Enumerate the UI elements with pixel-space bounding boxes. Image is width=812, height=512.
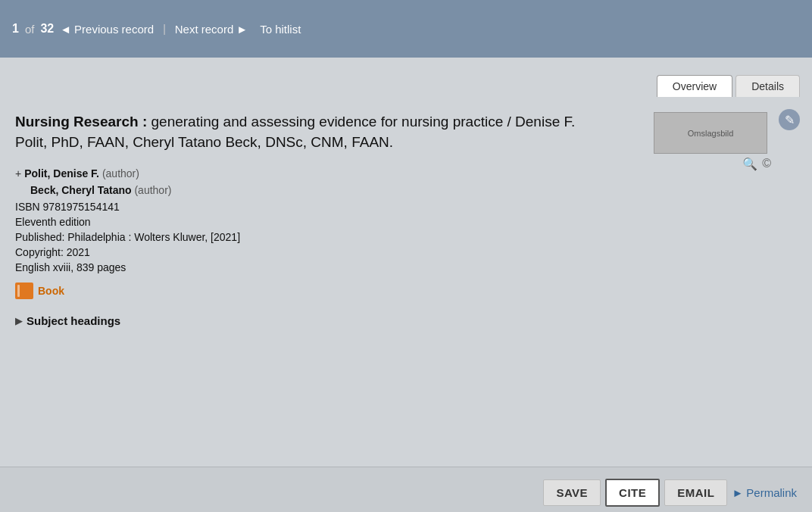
to-hitlist-button[interactable]: To hitlist <box>260 23 301 36</box>
cover-alt-text: Omslagsbild <box>688 129 734 138</box>
email-button[interactable]: EMAIL <box>664 479 727 506</box>
record-current: 1 <box>12 22 19 36</box>
book-title-main: Nursing Research : <box>15 114 147 130</box>
prev-arrow-icon: ◄ <box>60 23 71 36</box>
next-record-button[interactable]: Next record ► <box>175 23 248 36</box>
tabs-bar: Overview Details <box>0 58 812 97</box>
author-role-2: (author) <box>134 184 171 196</box>
cover-icons-row: 🔍 © <box>654 157 771 171</box>
isbn-row: ISBN 9781975154141 <box>15 201 797 213</box>
language-pages-row: English xviii, 839 pages <box>15 261 797 273</box>
of-label: of <box>25 23 35 36</box>
edition-value: Eleventh edition <box>15 216 91 228</box>
author-name-2: Beck, Cheryl Tatano <box>30 184 132 196</box>
bottom-action-bar: SAVE CITE EMAIL ► Permalink <box>0 467 812 512</box>
prev-record-button[interactable]: ◄ Previous record <box>60 23 154 36</box>
author-row-2: Beck, Cheryl Tatano (author) <box>30 184 797 196</box>
subject-headings-label: Subject headings <box>27 314 120 327</box>
language-pages-value: English xviii, 839 pages <box>15 261 126 273</box>
triangle-icon: ▶ <box>15 316 22 326</box>
permalink-arrow-icon: ► <box>732 486 743 499</box>
book-icon <box>15 283 33 299</box>
cover-image-area: Omslagsbild 🔍 © <box>654 112 771 171</box>
author-role-1: (author) <box>102 167 139 180</box>
cite-button[interactable]: CITE <box>605 479 660 507</box>
author-expand-button-1[interactable]: + <box>15 167 21 180</box>
tab-details[interactable]: Details <box>735 75 800 97</box>
record-total: 32 <box>40 22 54 36</box>
edition-row: Eleventh edition <box>15 216 797 228</box>
book-title: Nursing Research : generating and assess… <box>15 112 606 152</box>
copyright-row: Copyright: 2021 <box>15 246 797 258</box>
author-name-1: Polit, Denise F. <box>24 167 99 180</box>
published-value: Published: Philadelphia : Wolters Kluwer… <box>15 231 240 243</box>
to-hitlist-label: To hitlist <box>260 23 301 36</box>
cover-copyright-icon: © <box>762 157 771 171</box>
next-arrow-icon: ► <box>236 23 248 36</box>
isbn-label: ISBN <box>15 201 40 213</box>
book-type-link[interactable]: Book <box>38 285 64 297</box>
subject-headings-row[interactable]: ▶ Subject headings <box>15 314 797 327</box>
permalink-label: Permalink <box>746 486 797 499</box>
isbn-value: 9781975154141 <box>43 201 120 213</box>
next-record-label: Next record <box>175 23 234 36</box>
book-type-row: Book <box>15 283 797 299</box>
cover-image: Omslagsbild <box>654 112 767 154</box>
top-navigation-bar: 1 of 32 ◄ Previous record | Next record … <box>0 0 812 58</box>
cover-search-icon[interactable]: 🔍 <box>742 157 757 171</box>
permalink-link[interactable]: ► Permalink <box>732 486 797 499</box>
edit-icon[interactable]: ✎ <box>779 109 800 130</box>
tab-overview[interactable]: Overview <box>657 75 732 97</box>
copyright-value: Copyright: 2021 <box>15 246 90 258</box>
published-row: Published: Philadelphia : Wolters Kluwer… <box>15 231 797 243</box>
prev-record-label: Previous record <box>74 23 154 36</box>
main-content-area: ✎ Omslagsbild 🔍 © Nursing Research : gen… <box>0 97 812 512</box>
nav-separator: | <box>163 23 166 35</box>
save-button[interactable]: SAVE <box>543 479 601 506</box>
